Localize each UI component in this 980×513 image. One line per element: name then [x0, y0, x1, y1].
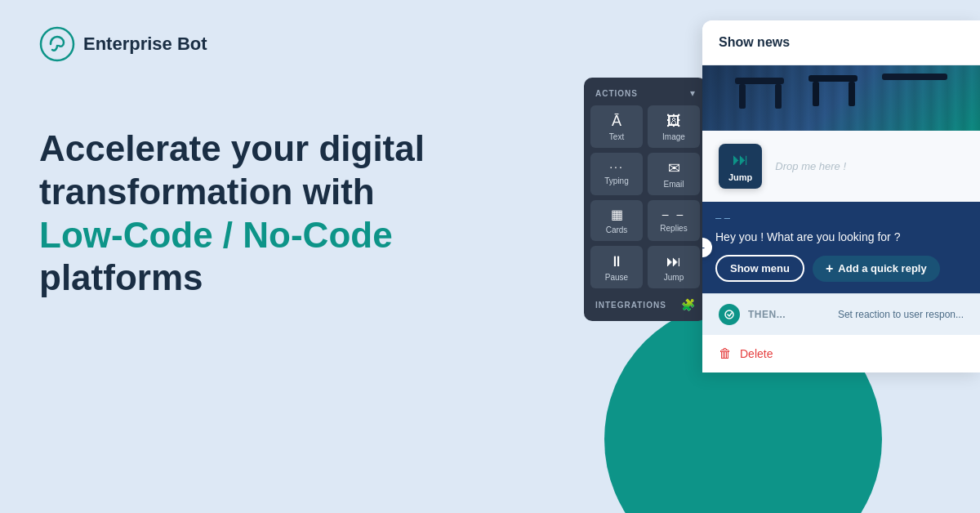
- action-text[interactable]: Ā Text: [590, 105, 643, 148]
- message-buttons: Show menu + Add a quick reply: [715, 255, 967, 282]
- svg-point-0: [41, 28, 74, 60]
- then-label: THEN...: [748, 309, 786, 320]
- left-section: Enterprise Bot Accelerate your digital t…: [0, 0, 539, 513]
- action-cards-label: Cards: [606, 225, 628, 234]
- message-indicator: –: [702, 238, 712, 257]
- headline: Accelerate your digital transformation w…: [39, 127, 500, 300]
- logo-area: Enterprise Bot: [39, 26, 500, 62]
- message-dash: – –: [715, 212, 967, 224]
- then-action: Set reaction to user respon...: [838, 309, 964, 320]
- text-icon: Ā: [612, 114, 621, 128]
- replies-icon: – –: [662, 208, 685, 220]
- actions-grid: Ā Text 🖼 Image ··· Typing ✉ Email ▦ Card…: [590, 105, 700, 288]
- plus-icon: +: [826, 261, 833, 276]
- then-row[interactable]: THEN... Set reaction to user respon...: [702, 293, 980, 335]
- actions-panel: ACTIONS ▾ Ā Text 🖼 Image ··· Typing ✉ Em…: [584, 78, 706, 321]
- enterprise-bot-logo: [39, 26, 75, 62]
- table-shape: [735, 78, 784, 84]
- action-typing-label: Typing: [604, 176, 628, 185]
- action-image[interactable]: 🖼 Image: [648, 105, 700, 148]
- svg-point-1: [725, 310, 733, 319]
- drop-hint: Drop me here !: [775, 160, 846, 172]
- action-text-label: Text: [609, 132, 624, 141]
- jump-block[interactable]: ⏭ Jump: [719, 144, 762, 189]
- headline-line2: transformation with: [39, 171, 500, 214]
- action-jump[interactable]: ⏭ Jump: [648, 246, 700, 288]
- add-quick-reply-button[interactable]: + Add a quick reply: [813, 256, 940, 282]
- action-replies[interactable]: – – Replies: [648, 200, 700, 241]
- logo-text: Enterprise Bot: [83, 33, 207, 55]
- action-email-label: Email: [663, 180, 684, 189]
- headline-line3: platforms: [39, 256, 500, 300]
- actions-header: ACTIONS ▾: [590, 86, 700, 105]
- news-image: [702, 65, 980, 131]
- image-icon: 🖼: [666, 114, 681, 128]
- action-image-label: Image: [662, 132, 685, 141]
- table-shape3: [882, 74, 947, 80]
- action-email[interactable]: ✉ Email: [648, 153, 700, 195]
- cards-icon: ▦: [611, 208, 623, 221]
- delete-label: Delete: [740, 347, 773, 360]
- message-area: – – – Hey you ! What are you looking for…: [702, 202, 980, 293]
- quick-reply-label: Add a quick reply: [838, 262, 926, 274]
- actions-label: ACTIONS: [595, 89, 638, 98]
- action-pause-label: Pause: [605, 273, 628, 282]
- action-replies-label: Replies: [660, 224, 687, 233]
- integrations-label: INTEGRATIONS: [595, 301, 666, 310]
- table-shape2: [808, 75, 858, 82]
- headline-highlight: Low-Code / No-Code: [39, 214, 500, 257]
- action-jump-label: Jump: [664, 273, 684, 282]
- chair-leg2: [775, 84, 782, 109]
- right-section: ACTIONS ▾ Ā Text 🖼 Image ··· Typing ✉ Em…: [539, 0, 980, 513]
- jump-block-label: Jump: [728, 172, 752, 182]
- then-icon: [719, 304, 740, 325]
- jump-block-icon: ⏭: [733, 150, 749, 169]
- email-icon: ✉: [668, 161, 680, 176]
- action-pause[interactable]: ⏸ Pause: [590, 246, 643, 288]
- typing-icon: ···: [609, 161, 624, 172]
- show-menu-button[interactable]: Show menu: [715, 255, 804, 282]
- headline-line1: Accelerate your digital: [39, 127, 500, 171]
- chair-leg3: [813, 82, 819, 106]
- puzzle-icon[interactable]: 🧩: [681, 298, 695, 311]
- delete-row[interactable]: 🗑 Delete: [702, 335, 980, 372]
- chair-leg1: [739, 84, 746, 109]
- message-text: Hey you ! What are you looking for ?: [715, 230, 967, 243]
- trash-icon: 🗑: [719, 346, 732, 361]
- jump-icon: ⏭: [666, 254, 681, 269]
- chevron-down-icon: ▾: [690, 87, 695, 99]
- chat-header: Show news: [702, 20, 980, 65]
- action-cards[interactable]: ▦ Cards: [590, 200, 643, 241]
- chat-panel: Show news ⏭ Jump Drop me here ! – – –: [702, 20, 980, 372]
- action-typing[interactable]: ··· Typing: [590, 153, 643, 195]
- integrations-row: INTEGRATIONS 🧩: [590, 295, 700, 311]
- chair-leg4: [849, 82, 855, 106]
- chat-title: Show news: [719, 35, 790, 49]
- pause-icon: ⏸: [609, 254, 624, 269]
- drag-area: ⏭ Jump Drop me here !: [702, 131, 980, 202]
